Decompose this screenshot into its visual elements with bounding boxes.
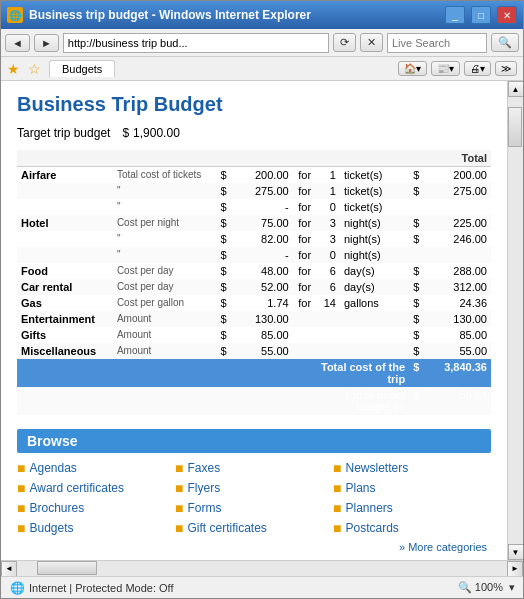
close-button[interactable]: ✕ <box>497 6 517 24</box>
tools-button[interactable]: ≫ <box>495 61 517 76</box>
browse-item[interactable]: ■Newsletters <box>333 459 491 477</box>
restore-button[interactable]: □ <box>471 6 491 24</box>
nav-bar: ◄ ► ⟳ ✕ 🔍 <box>1 29 523 57</box>
browse-bullet-icon: ■ <box>175 501 183 515</box>
row-description: Cost per night <box>113 215 217 231</box>
search-input[interactable] <box>387 33 487 53</box>
row-qty: 0 <box>317 199 340 215</box>
stop-button[interactable]: ✕ <box>360 33 383 52</box>
row-qty <box>317 311 340 327</box>
vertical-scrollbar[interactable]: ▲ ▼ <box>507 81 523 560</box>
browse-item[interactable]: ■Postcards <box>333 519 491 537</box>
browse-item[interactable]: ■Agendas <box>17 459 175 477</box>
scroll-up-button[interactable]: ▲ <box>508 81 524 97</box>
scroll-h-thumb[interactable] <box>37 561 97 575</box>
row-for: for <box>293 231 317 247</box>
scroll-right-button[interactable]: ► <box>507 561 523 577</box>
scroll-thumb[interactable] <box>508 107 522 147</box>
under-budget-label: You're under budget by <box>317 387 409 415</box>
minimize-button[interactable]: _ <box>445 6 465 24</box>
browse-item[interactable]: ■Award certificates <box>17 479 175 497</box>
total-header: Total <box>428 150 491 167</box>
table-row: " $ 275.00 for 1 ticket(s) $ 275.00 <box>17 183 491 199</box>
under-budget-value: 59.64 <box>428 387 491 415</box>
row-category: Gifts <box>17 327 113 343</box>
row-for: for <box>293 167 317 184</box>
row-unit: night(s) <box>340 231 409 247</box>
browse-item-label: Gift certificates <box>187 521 266 535</box>
table-row: Entertainment Amount $ 130.00 $ 130.00 <box>17 311 491 327</box>
row-dollar2: $ <box>409 343 427 359</box>
row-category <box>17 183 113 199</box>
row-dollar2: $ <box>409 215 427 231</box>
budgets-tab[interactable]: Budgets <box>49 60 115 77</box>
favorites-add-icon[interactable]: ☆ <box>28 61 41 77</box>
row-dollar1: $ <box>217 183 235 199</box>
row-dollar2: $ <box>409 327 427 343</box>
scroll-track <box>508 97 523 544</box>
browse-item-label: Planners <box>345 501 392 515</box>
row-amount: - <box>235 199 293 215</box>
table-row: " $ - for 0 ticket(s) <box>17 199 491 215</box>
row-description: " <box>113 199 217 215</box>
scroll-down-button[interactable]: ▼ <box>508 544 524 560</box>
browse-item[interactable]: ■Planners <box>333 499 491 517</box>
more-categories-link[interactable]: » More categories <box>17 541 491 553</box>
horizontal-scrollbar[interactable]: ◄ ► <box>1 560 523 576</box>
row-total: 85.00 <box>428 327 491 343</box>
zoom-control[interactable]: 🔍 100% ▾ <box>458 581 515 594</box>
target-dollar: $ <box>122 126 129 140</box>
row-unit: day(s) <box>340 263 409 279</box>
browse-item[interactable]: ■Forms <box>175 499 333 517</box>
row-qty: 3 <box>317 231 340 247</box>
browse-item[interactable]: ■Flyers <box>175 479 333 497</box>
row-category <box>17 199 113 215</box>
row-dollar1: $ <box>217 231 235 247</box>
title-bar: 🌐 Business trip budget - Windows Interne… <box>1 1 523 29</box>
browse-item[interactable]: ■Plans <box>333 479 491 497</box>
row-qty: 14 <box>317 295 340 311</box>
browse-grid: ■Agendas■Faxes■Newsletters■Award certifi… <box>17 459 491 537</box>
row-qty: 1 <box>317 183 340 199</box>
search-button[interactable]: 🔍 <box>491 33 519 52</box>
browse-item[interactable]: ■Faxes <box>175 459 333 477</box>
back-button[interactable]: ◄ <box>5 34 30 52</box>
row-total: 24.36 <box>428 295 491 311</box>
scroll-left-button[interactable]: ◄ <box>1 561 17 577</box>
browse-item[interactable]: ■Brochures <box>17 499 175 517</box>
browse-item-label: Forms <box>187 501 221 515</box>
favorites-star-icon[interactable]: ★ <box>7 61 20 77</box>
browse-item-label: Budgets <box>29 521 73 535</box>
row-for: for <box>293 183 317 199</box>
row-total: 200.00 <box>428 167 491 184</box>
browse-bullet-icon: ■ <box>17 521 25 535</box>
row-for: for <box>293 279 317 295</box>
refresh-button[interactable]: ⟳ <box>333 33 356 52</box>
toolbar-icons: 🏠▾ 📰▾ 🖨▾ ≫ <box>398 61 517 76</box>
target-label: Target trip budget <box>17 126 110 140</box>
row-dollar2 <box>409 199 427 215</box>
browse-bullet-icon: ■ <box>333 461 341 475</box>
home-button[interactable]: 🏠▾ <box>398 61 427 76</box>
table-row: Hotel Cost per night $ 75.00 for 3 night… <box>17 215 491 231</box>
row-for <box>293 311 317 327</box>
row-category: Hotel <box>17 215 113 231</box>
browse-item[interactable]: ■Gift certificates <box>175 519 333 537</box>
row-total <box>428 199 491 215</box>
zoom-label[interactable]: 🔍 100% <box>458 581 503 594</box>
browse-item-label: Faxes <box>187 461 220 475</box>
zoom-chevron-icon[interactable]: ▾ <box>509 581 515 594</box>
row-description: Cost per gallon <box>113 295 217 311</box>
browse-item-label: Plans <box>345 481 375 495</box>
total-cost-label: Total cost of the trip <box>317 359 409 387</box>
browse-item[interactable]: ■Budgets <box>17 519 175 537</box>
feeds-button[interactable]: 📰▾ <box>431 61 460 76</box>
print-button[interactable]: 🖨▾ <box>464 61 491 76</box>
row-category: Food <box>17 263 113 279</box>
address-bar[interactable] <box>63 33 329 53</box>
row-description: Cost per day <box>113 279 217 295</box>
row-dollar2: $ <box>409 231 427 247</box>
forward-button[interactable]: ► <box>34 34 59 52</box>
row-total: 130.00 <box>428 311 491 327</box>
table-row: Food Cost per day $ 48.00 for 6 day(s) $… <box>17 263 491 279</box>
